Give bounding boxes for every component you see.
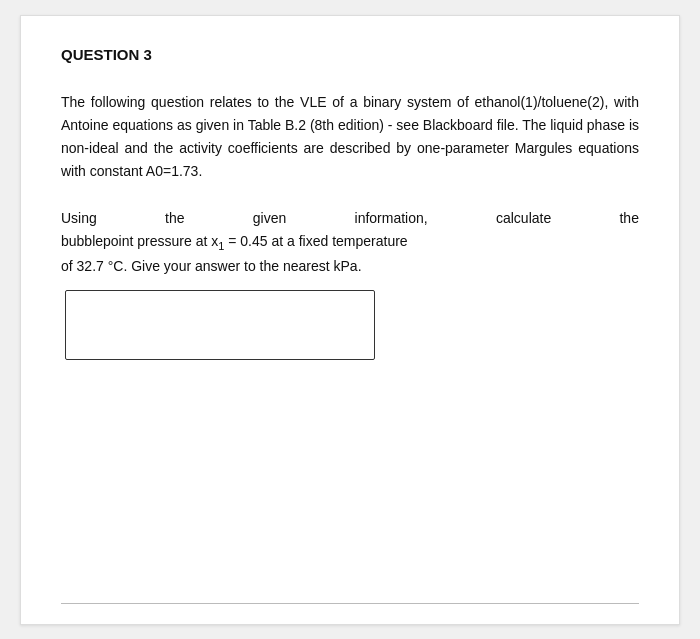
question-body: The following question relates to the VL… bbox=[61, 91, 639, 183]
answer-input-box[interactable] bbox=[65, 290, 375, 360]
temperature-text: of 32.7 °C. Give your answer to the near… bbox=[61, 258, 362, 274]
question-page: QUESTION 3 The following question relate… bbox=[20, 15, 680, 625]
word-information: information, bbox=[355, 207, 428, 230]
question-title: QUESTION 3 bbox=[61, 46, 639, 63]
temperature-line: of 32.7 °C. Give your answer to the near… bbox=[61, 255, 639, 278]
word-given: given bbox=[253, 207, 286, 230]
bubblepoint-line: bubblepoint pressure at x1 = 0.45 at a f… bbox=[61, 230, 639, 255]
word-the: the bbox=[165, 207, 184, 230]
question-part: Using the given information, calculate t… bbox=[61, 207, 639, 278]
word-using: Using bbox=[61, 207, 97, 230]
word-calculate: calculate bbox=[496, 207, 551, 230]
bubblepoint-text: bubblepoint pressure at x1 = 0.45 at a f… bbox=[61, 233, 408, 249]
subscript-1: 1 bbox=[218, 240, 224, 252]
bottom-divider bbox=[61, 603, 639, 604]
using-line: Using the given information, calculate t… bbox=[61, 207, 639, 230]
word-the2: the bbox=[619, 207, 638, 230]
